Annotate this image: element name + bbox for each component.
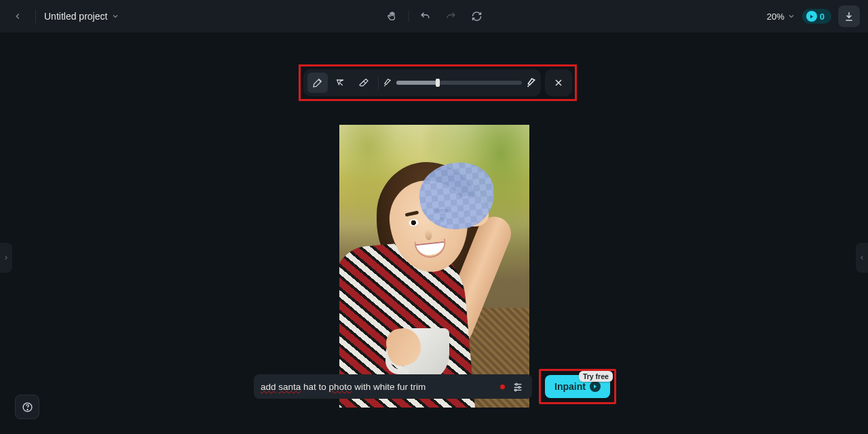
redo-icon — [445, 11, 456, 22]
recording-indicator-icon — [500, 384, 505, 389]
slider-fill — [396, 81, 438, 85]
brush-size-slider[interactable] — [396, 81, 522, 85]
prompt-text: add santa hat to photo with white fur tr… — [261, 382, 495, 392]
help-icon — [22, 401, 33, 413]
canvas-area[interactable]: add santa hat to photo with white fur tr… — [0, 33, 868, 434]
right-panel-toggle[interactable] — [856, 243, 868, 273]
prompt-word: santa — [278, 382, 301, 392]
prompt-word: add — [261, 382, 276, 392]
refresh-icon — [471, 11, 482, 22]
credits-value: 0 — [820, 12, 825, 22]
sliders-icon — [512, 381, 523, 392]
pan-hand-button[interactable] — [382, 7, 401, 26]
svg-point-4 — [26, 409, 27, 410]
slider-thumb[interactable] — [436, 79, 440, 87]
header-center-tools — [382, 0, 486, 33]
credit-icon — [806, 11, 817, 22]
back-button[interactable] — [8, 7, 27, 26]
lasso-icon — [335, 77, 346, 88]
project-title-dropdown[interactable]: Untitled project — [44, 11, 119, 22]
brush-tool-button[interactable] — [307, 73, 328, 93]
prompt-word: hat to — [301, 382, 328, 392]
prompt-word: photo — [329, 382, 352, 392]
eraser-tool-button[interactable] — [354, 73, 374, 93]
brush-toolbar-highlight — [299, 64, 577, 101]
close-icon — [553, 77, 564, 88]
chevron-left-icon — [858, 253, 865, 262]
brush-toolbar — [303, 69, 541, 96]
zoom-dropdown[interactable]: 20% — [767, 12, 795, 22]
eyebrow — [405, 211, 419, 217]
try-free-badge: Try free — [579, 371, 613, 382]
svg-point-6 — [516, 383, 518, 385]
inpaint-button[interactable]: Inpaint Try free — [545, 375, 610, 398]
prompt-word: with white fur trim — [352, 382, 426, 392]
left-panel-toggle[interactable] — [0, 243, 12, 273]
divider — [408, 11, 409, 22]
close-toolbar-button[interactable] — [545, 69, 572, 96]
undo-icon — [419, 11, 430, 22]
hand-icon — [386, 11, 397, 22]
eraser-icon — [358, 77, 369, 88]
prompt-input[interactable]: add santa hat to photo with white fur tr… — [254, 374, 532, 399]
inpaint-button-highlight: Inpaint Try free — [539, 369, 616, 404]
inpaint-label: Inpaint — [554, 381, 586, 392]
nose — [425, 229, 433, 241]
credits-button[interactable]: 0 — [802, 9, 831, 24]
mouth — [416, 241, 446, 256]
app-header: Untitled project 20% 0 — [0, 0, 868, 33]
canvas-image[interactable] — [339, 125, 529, 408]
help-button[interactable] — [15, 395, 39, 419]
brush-size-slider-group — [383, 77, 537, 88]
chevron-down-icon — [787, 12, 795, 20]
undo-button[interactable] — [415, 7, 434, 26]
refresh-button[interactable] — [467, 7, 486, 26]
divider — [378, 76, 379, 90]
eye — [409, 219, 419, 226]
brush-size-large-icon — [526, 77, 537, 88]
credit-cost-icon — [590, 381, 601, 392]
zoom-value: 20% — [767, 12, 785, 22]
project-title-text: Untitled project — [44, 11, 107, 22]
download-icon — [844, 11, 854, 22]
prompt-settings-button[interactable] — [510, 379, 525, 394]
chevron-down-icon — [111, 12, 119, 20]
chevron-right-icon — [3, 253, 10, 262]
svg-marker-0 — [810, 14, 813, 18]
svg-point-8 — [518, 387, 521, 389]
redo-button[interactable] — [441, 7, 460, 26]
brush-icon — [312, 77, 323, 88]
lasso-tool-button[interactable] — [331, 73, 351, 93]
chevron-left-icon — [13, 12, 22, 21]
svg-point-10 — [514, 389, 516, 391]
brush-size-small-icon — [383, 78, 392, 87]
download-button[interactable] — [838, 5, 860, 27]
prompt-bar-group: add santa hat to photo with white fur tr… — [254, 369, 616, 404]
divider — [35, 9, 36, 23]
